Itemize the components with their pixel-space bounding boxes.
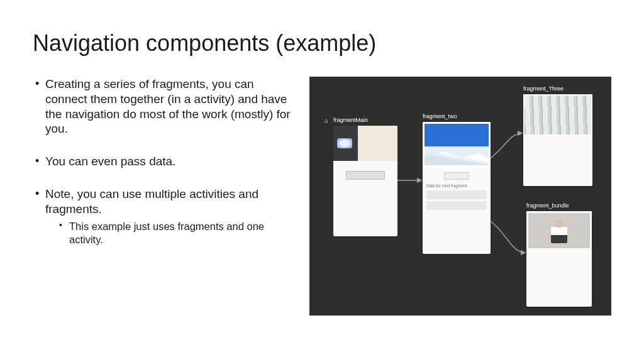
preview-caption: [523, 136, 592, 148]
fragment-preview-body: Data for next fragment: [423, 167, 491, 217]
content-row: Creating a series of fragments, you can …: [33, 77, 611, 343]
bullet-list: Creating a series of fragments, you can …: [33, 77, 297, 246]
fragment-preview-image: [423, 122, 491, 167]
fragment-preview-image: [526, 211, 592, 250]
fragment-label: fragmentMain: [333, 117, 368, 123]
bullet-item: Note, you can use multiple activities an…: [33, 187, 297, 246]
sub-bullet-list: This example just uses fragments and one…: [45, 220, 297, 246]
preview-button: [346, 171, 385, 180]
fragment-label: fragment_Three: [523, 85, 564, 92]
fragment-preview-image: [333, 126, 397, 161]
preview-bar-button: [426, 201, 487, 210]
preview-caption: [526, 250, 592, 262]
preview-bar-button: [426, 190, 487, 199]
fragment-card-two: fragment_two Data for next fragment: [423, 122, 491, 254]
fragment-label: fragment_bundle: [526, 202, 569, 209]
navigation-graph-editor: ⌂ fragmentMain fragment_two Data for nex…: [309, 77, 611, 315]
bullet-text: Note, you can use multiple activities an…: [45, 187, 258, 216]
fragment-label: fragment_two: [423, 113, 457, 119]
bullet-item: Creating a series of fragments, you can …: [33, 77, 297, 136]
bullet-item: You can even pass data.: [33, 154, 297, 169]
preview-caption: Data for next fragment: [426, 184, 487, 188]
home-icon: ⌂: [325, 117, 328, 124]
fragment-card-bundle: fragment_bundle: [526, 211, 592, 307]
sub-bullet-item: This example just uses fragments and one…: [59, 220, 297, 246]
fragment-preview-image: [523, 94, 592, 136]
fragment-card-main: ⌂ fragmentMain: [333, 126, 397, 236]
slide-title: Navigation components (example): [33, 30, 611, 57]
slide: Navigation components (example) Creating…: [0, 0, 644, 362]
image-column: ⌂ fragmentMain fragment_two Data for nex…: [309, 77, 611, 343]
text-column: Creating a series of fragments, you can …: [33, 77, 297, 343]
fragment-card-three: fragment_Three: [523, 94, 592, 186]
preview-small-button: [444, 172, 469, 180]
